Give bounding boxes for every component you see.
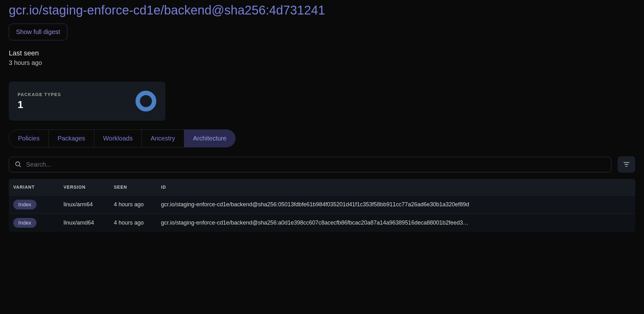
th-id: ID [161, 185, 631, 190]
svg-point-1 [16, 162, 20, 166]
package-types-value: 1 [18, 99, 61, 111]
variant-badge: Index [13, 218, 36, 228]
donut-chart-icon [135, 90, 157, 112]
search-icon [15, 161, 22, 168]
tab-ancestry[interactable]: Ancestry [142, 130, 184, 147]
tab-packages[interactable]: Packages [49, 130, 94, 147]
filter-button[interactable] [618, 156, 635, 173]
svg-point-0 [138, 93, 154, 109]
cell-version: linux/amd64 [64, 220, 114, 226]
cell-seen: 4 hours ago [114, 220, 161, 226]
search-input[interactable] [26, 161, 605, 168]
cell-version: linux/arm64 [64, 201, 114, 208]
th-variant: VARIANT [13, 185, 64, 190]
tab-workloads[interactable]: Workloads [94, 130, 142, 147]
show-full-digest-button[interactable]: Show full digest [9, 24, 67, 40]
last-seen-value: 3 hours ago [9, 59, 635, 66]
cell-id: gcr.io/staging-enforce-cd1e/backend@sha2… [161, 220, 631, 226]
cell-seen: 4 hours ago [114, 201, 161, 208]
table-row[interactable]: Index linux/amd64 4 hours ago gcr.io/sta… [9, 214, 635, 232]
variant-badge: Index [13, 200, 36, 209]
architecture-table: VARIANT VERSION SEEN ID Index linux/arm6… [9, 179, 635, 232]
cell-id: gcr.io/staging-enforce-cd1e/backend@sha2… [161, 201, 631, 208]
search-container[interactable] [9, 157, 611, 172]
tabs: Policies Packages Workloads Ancestry Arc… [9, 129, 236, 147]
package-types-label: PACKAGE TYPES [18, 92, 61, 97]
filter-icon [623, 161, 630, 168]
last-seen-label: Last seen [9, 49, 635, 57]
meta-section: Last seen 3 hours ago [0, 40, 644, 75]
th-version: VERSION [64, 185, 114, 190]
table-row[interactable]: Index linux/arm64 4 hours ago gcr.io/sta… [9, 195, 635, 214]
package-types-card: PACKAGE TYPES 1 [9, 82, 165, 121]
tab-architecture[interactable]: Architecture [184, 130, 236, 147]
tab-policies[interactable]: Policies [9, 130, 49, 147]
table-header: VARIANT VERSION SEEN ID [9, 179, 635, 195]
th-seen: SEEN [114, 185, 161, 190]
page-title: gcr.io/staging-enforce-cd1e/backend@sha2… [0, 0, 644, 24]
svg-line-2 [19, 165, 21, 167]
search-row [9, 156, 635, 173]
